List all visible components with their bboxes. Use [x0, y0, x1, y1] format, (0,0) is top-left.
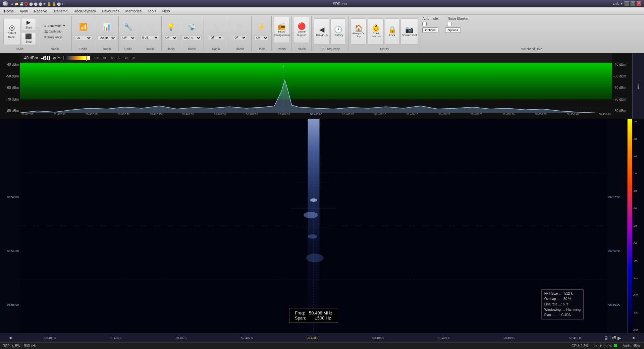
visual-gain-select[interactable]: 0 dB — [141, 35, 159, 40]
wideband-dsp-label: Wideband DSP — [420, 47, 643, 51]
fft-size: FFT Size ....: 512 k — [544, 291, 581, 296]
status-right: CPU: 2.5% GPU: 18.9% Audio: 45ms — [572, 344, 641, 348]
audio-label: Audio: 45ms — [623, 344, 641, 348]
hdr-icon: 💡 — [167, 23, 175, 31]
mwfm-icon: N — [214, 23, 218, 31]
fft-info-box: FFT Size ....: 512 k Overlap .....: 80 %… — [541, 289, 584, 319]
lock-button[interactable]: 🔒 Lock — [385, 18, 399, 45]
maximize-btn[interactable]: □ — [631, 1, 635, 6]
app-system-icons: 🖥 📁 💾 ⭕ ⬤ ⬤ ⬤ ★ 🔒 🔒 ⬤ ↩ — [10, 2, 64, 6]
waterfall-time-left: 06:57:00 06:56:30 06:56:00 — [0, 119, 20, 333]
bottom-freq-labels: 50.406.0 50.406.5 50.407.0 50.407.5 50.4… — [24, 336, 601, 340]
hdr-select[interactable]: Off — [164, 36, 178, 40]
menu-transmit[interactable]: Transmit — [51, 8, 70, 14]
radio-config-button[interactable]: 📻 Radio Configuration — [274, 17, 289, 43]
waterfall-display: 06:57:00 06:56:30 06:56:00 — [0, 119, 644, 333]
fft-line-rate: Line rate ...: 5 /s — [544, 302, 581, 307]
screenshot-button[interactable]: 📷 Screenshot — [400, 18, 418, 45]
menu-home[interactable]: Home — [1, 8, 16, 14]
auto-mute-options-btn[interactable]: Options — [422, 27, 438, 33]
stop-button[interactable]: ⬛ Stop — [21, 32, 36, 45]
history-button[interactable]: 🕐 History — [330, 18, 346, 45]
menu-view[interactable]: View — [17, 8, 31, 14]
main-content: -40 dBm -50 dBm -60 dBm -70 dBm -80 dBm … — [0, 53, 644, 342]
spectrum-plot[interactable]: 1 50.407.55 50.407.60 50.407.65 50.407.7… — [20, 63, 612, 119]
agc-select[interactable]: Off — [121, 36, 136, 40]
previous-button[interactable]: ◀ Previous — [314, 18, 329, 45]
toolbar-hdr-group: 💡 HDR Off Radio — [162, 16, 180, 51]
menu-memories[interactable]: Memories — [123, 8, 144, 14]
always-on-top-button[interactable]: 🏠 Always On Top — [351, 18, 367, 45]
db-colorbar-panel: -20 -30 -40 -50 -60 -70 -80 -90 -100 -11… — [627, 119, 644, 333]
noise-blanker-options-btn[interactable]: Options — [445, 27, 461, 33]
title-bar: ⬤ 🖥 📁 💾 ⭕ ⬤ ⬤ ⬤ ★ 🔒 🔒 ⬤ ↩ SDRuno Style ▼… — [0, 0, 644, 7]
window-title: SDRuno — [67, 2, 613, 6]
nav-left-arrow[interactable]: ◀ — [0, 336, 20, 340]
visual-gain-icon: 👁 — [147, 23, 153, 31]
gpu-label: GPU: 18.9% — [594, 344, 617, 348]
toolbar-radioconfig-group: 📻 Radio Configuration Radio — [272, 16, 292, 51]
toolbar-radio-group: ◎ Select Radio ▶ Start ⬛ Stop Radio — [1, 16, 38, 51]
support-icon: 🔴 — [298, 23, 306, 30]
fft-windowing: Windowing ...: Hamming — [544, 307, 581, 312]
frequency-row[interactable]: ≡ Frequency — [44, 35, 66, 40]
svg-point-14 — [306, 254, 324, 263]
fft-overlap: Overlap .....: 80 % — [544, 296, 581, 302]
menu-tools[interactable]: Tools — [145, 8, 159, 14]
start-button[interactable]: ▶ Start — [21, 18, 36, 31]
menu-recplayback[interactable]: Rec/Playback — [71, 8, 99, 14]
antenna-icon: 📡 — [188, 23, 196, 31]
biast-icon: ⚡ — [257, 23, 266, 31]
fft-plan: Plan ........: CUDA — [544, 312, 581, 318]
toolbar: ◎ Select Radio ▶ Start ⬛ Stop Radio ≡ Ba — [0, 15, 644, 53]
biast-select[interactable]: Off — [255, 36, 269, 40]
status-bar: RSPdx, BW = 500 kHz CPU: 2.5% GPU: 18.9%… — [0, 342, 644, 349]
nav-separator: | — [610, 336, 611, 340]
menu-favourites[interactable]: Favourites — [99, 8, 122, 14]
toolbar-if-gain-group: 📊 IF Gain -20 dB Radio — [95, 16, 119, 51]
child-instance-button[interactable]: 👶 Child Instance — [368, 18, 384, 45]
if-gain-select[interactable]: -20 dB — [98, 36, 116, 40]
auto-mute-enable-checkbox[interactable] — [422, 22, 427, 26]
minimize-btn[interactable]: _ — [625, 1, 629, 6]
auto-button[interactable]: Auto — [632, 53, 644, 119]
calibration-row[interactable]: ⚖ Calibration — [44, 29, 66, 34]
db-scale-labels: -20 -30 -40 -50 -60 -70 -80 -90 -100 -11… — [632, 119, 644, 333]
radio-group-label5: Radio — [119, 47, 138, 51]
bandwidth-row[interactable]: ≡ Bandwidth ▼ — [44, 23, 66, 28]
child-icon: 👶 — [372, 25, 380, 32]
lock-icon: 🔒 — [388, 26, 396, 33]
radio-group-label8: Radio — [180, 47, 204, 51]
waterfall-time-right: 06:57:00 06:56:30 06:56:00 — [607, 119, 627, 333]
nav-right-arrow[interactable]: ▶ — [624, 336, 644, 340]
rf-gain-select[interactable]: 26 — [75, 36, 92, 40]
stop-icon: ⬛ — [25, 34, 32, 39]
antenna-select[interactable]: SMA A — [182, 36, 202, 40]
spectrum-slider-container[interactable]: -120 -100 -80 -60 -40 -20 — [63, 56, 609, 60]
radio-group-label2: Radio — [38, 47, 71, 51]
dab-select[interactable]: Off — [233, 35, 247, 40]
mwfm-select[interactable]: Off — [209, 35, 223, 40]
toolbar-rxfreq-group: ◀ Previous 🕐 History RX Frequency — [312, 16, 348, 51]
radio-config-icon: 📻 — [277, 23, 286, 30]
bottom-nav: ◀ 50.406.0 50.406.5 50.407.0 50.407.5 50… — [0, 333, 644, 342]
select-button[interactable]: ◎ Select Radio — [3, 18, 20, 45]
nav-screen-icon[interactable]: 🖥 — [604, 335, 608, 341]
menu-receive[interactable]: Receive — [31, 8, 50, 14]
waterfall-canvas[interactable]: Freq: 50.408 MHz Span: ±500 Hz FFT Size … — [20, 119, 607, 333]
online-support-button[interactable]: 🔴 Online Support — [294, 17, 309, 43]
toolbar-mwfm-group: N MW/FM Notch Off Radio — [204, 16, 228, 51]
nav-play-icon[interactable]: ▶ — [618, 335, 621, 341]
toolbar-support-group: 🔴 Online Support Radio — [292, 16, 312, 51]
radio-group-label13: Radio — [292, 47, 311, 51]
toolbar-bw-group: ≡ Bandwidth ▼ ⚖ Calibration ≡ Frequency … — [38, 16, 72, 51]
radio-group-label11: Radio — [252, 47, 271, 51]
radio-group-label: Radio — [1, 47, 38, 51]
svg-point-13 — [308, 234, 317, 239]
noise-blanker-enable-checkbox[interactable] — [447, 22, 451, 26]
play-icon: ▶ — [26, 20, 31, 25]
nav-zoom-label[interactable]: x5 — [612, 336, 616, 340]
previous-icon: ◀ — [319, 26, 324, 33]
close-btn[interactable]: ✕ — [637, 1, 641, 6]
menu-help[interactable]: Help — [160, 8, 173, 14]
